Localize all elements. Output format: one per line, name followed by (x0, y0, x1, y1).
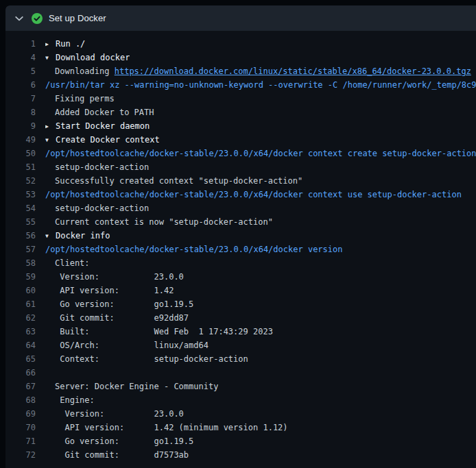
line-number[interactable]: 52 (5, 174, 36, 188)
log-group-row[interactable]: 1▶Run ./ (5, 37, 476, 51)
log-text: Fixing perms (55, 94, 115, 103)
line-content: ▼Docker info (45, 229, 110, 243)
log-row: 52Successfully created context "setup-do… (5, 174, 476, 188)
line-content: ▶Run ./ (45, 37, 85, 51)
log-row: 6/usr/bin/tar xz --warning=no-unknown-ke… (5, 78, 476, 92)
line-number[interactable]: 53 (5, 188, 36, 201)
line-number[interactable]: 64 (5, 338, 36, 352)
triangle-right-icon[interactable]: ▶ (45, 120, 51, 133)
log-row: 59 Version: 23.0.0 (5, 270, 476, 284)
line-content: /opt/hostedtoolcache/docker-stable/23.0.… (45, 188, 462, 201)
line-content: Fixing perms (55, 92, 115, 106)
log-row: 69 Version: 23.0.0 (5, 407, 476, 421)
log-row: 50/opt/hostedtoolcache/docker-stable/23.… (5, 147, 476, 160)
log-group-row[interactable]: 4▼Download docker (5, 51, 476, 64)
log-container: 1▶Run ./4▼Download docker5Downloading ht… (5, 31, 476, 462)
log-text: Create Docker context (56, 135, 160, 145)
line-content: Built: Wed Feb 1 17:43:29 2023 (55, 325, 273, 338)
line-number[interactable]: 54 (5, 201, 36, 215)
line-number[interactable]: 71 (5, 434, 36, 448)
line-number[interactable]: 60 (5, 284, 36, 297)
triangle-right-icon[interactable]: ▶ (45, 38, 51, 51)
line-number[interactable]: 69 (5, 407, 36, 421)
log-row: 63 Built: Wed Feb 1 17:43:29 2023 (5, 325, 476, 338)
line-content: setup-docker-action (55, 160, 149, 174)
line-content: Version: 23.0.0 (55, 270, 184, 284)
log-group-row[interactable]: 49▼Create Docker context (5, 133, 476, 147)
line-number[interactable]: 9 (5, 119, 36, 133)
line-content: /usr/bin/tar xz --warning=no-unknown-key… (45, 78, 476, 92)
log-text: OS/Arch: linux/amd64 (55, 341, 209, 350)
log-row: 58Client: (5, 256, 476, 270)
triangle-down-icon[interactable]: ▼ (45, 230, 51, 243)
line-content: Downloading https://download.docker.com/… (55, 64, 471, 78)
line-number[interactable]: 6 (5, 78, 36, 92)
log-row: 53/opt/hostedtoolcache/docker-stable/23.… (5, 188, 476, 201)
log-text: Download docker (56, 53, 130, 62)
line-number[interactable]: 62 (5, 311, 36, 325)
success-check-icon (32, 13, 43, 24)
log-text: Go version: go1.19.5 (55, 299, 193, 309)
line-content: Added Docker to PATH (55, 106, 154, 119)
log-text: Run ./ (56, 39, 85, 49)
log-text: Go version: go1.19.5 (55, 436, 193, 446)
line-number[interactable]: 63 (5, 325, 36, 338)
line-number[interactable]: 70 (5, 421, 36, 434)
log-row: 7Fixing perms (5, 92, 476, 106)
log-group-row[interactable]: 56▼Docker info (5, 229, 476, 243)
log-row: 71 Go version: go1.19.5 (5, 434, 476, 448)
line-number[interactable]: 67 (5, 380, 36, 393)
line-number[interactable]: 56 (5, 229, 36, 243)
chevron-down-icon[interactable] (14, 13, 25, 24)
log-text: Current context is now "setup-docker-act… (55, 217, 273, 227)
step-title: Set up Docker (49, 13, 106, 23)
line-number[interactable]: 7 (5, 92, 36, 106)
line-content: Git commit: e92dd87 (55, 311, 189, 325)
log-text: Successfully created context "setup-dock… (55, 176, 302, 186)
line-number[interactable]: 55 (5, 215, 36, 229)
line-content: ▶Start Docker daemon (45, 119, 150, 133)
line-number[interactable]: 61 (5, 297, 36, 311)
line-number[interactable]: 57 (5, 243, 36, 256)
step-header[interactable]: Set up Docker (5, 5, 476, 31)
line-number[interactable]: 5 (5, 64, 36, 78)
log-row: 57/opt/hostedtoolcache/docker-stable/23.… (5, 243, 476, 256)
triangle-down-icon[interactable]: ▼ (45, 134, 51, 147)
line-number[interactable]: 72 (5, 448, 36, 462)
line-content: Context: setup-docker-action (55, 352, 248, 366)
log-text: Engine: (55, 395, 95, 405)
line-number[interactable]: 50 (5, 147, 36, 160)
log-row: 67Server: Docker Engine - Community (5, 380, 476, 393)
log-row: 51setup-docker-action (5, 160, 476, 174)
line-number[interactable]: 65 (5, 352, 36, 366)
line-number[interactable]: 49 (5, 133, 36, 147)
log-row: 5Downloading https://download.docker.com… (5, 64, 476, 78)
line-number[interactable]: 66 (5, 366, 36, 380)
line-content: Successfully created context "setup-dock… (55, 174, 302, 188)
log-row: 65 Context: setup-docker-action (5, 352, 476, 366)
log-group-row[interactable]: 9▶Start Docker daemon (5, 119, 476, 133)
log-text: setup-docker-action (55, 204, 149, 213)
log-row: 64 OS/Arch: linux/amd64 (5, 338, 476, 352)
line-number[interactable]: 68 (5, 393, 36, 407)
line-number[interactable]: 59 (5, 270, 36, 284)
line-number[interactable]: 4 (5, 51, 36, 64)
log-text: Built: Wed Feb 1 17:43:29 2023 (55, 327, 273, 336)
line-number[interactable]: 51 (5, 160, 36, 174)
line-content: Client: (55, 256, 90, 270)
log-link[interactable]: https://download.docker.com/linux/static… (115, 66, 471, 76)
log-row: 68 Engine: (5, 393, 476, 407)
line-content: /opt/hostedtoolcache/docker-stable/23.0.… (45, 243, 342, 256)
triangle-down-icon[interactable]: ▼ (45, 51, 51, 64)
line-number[interactable]: 1 (5, 37, 36, 51)
log-row: 72 Git commit: d7573ab (5, 448, 476, 462)
command-text: /opt/hostedtoolcache/docker-stable/23.0.… (45, 245, 342, 254)
log-text: Version: 23.0.0 (55, 272, 184, 282)
log-row: 8Added Docker to PATH (5, 106, 476, 119)
workflow-log-page: Set up Docker 1▶Run ./4▼Download docker5… (0, 0, 476, 468)
log-row: 60 API version: 1.42 (5, 284, 476, 297)
line-content: Engine: (55, 393, 95, 407)
log-text: Version: 23.0.0 (55, 409, 184, 419)
line-number[interactable]: 58 (5, 256, 36, 270)
line-number[interactable]: 8 (5, 106, 36, 119)
